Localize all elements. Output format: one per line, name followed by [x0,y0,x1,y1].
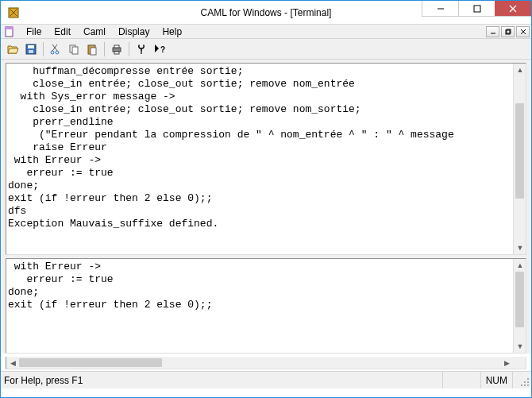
print-button[interactable] [108,41,125,58]
menu-display[interactable]: Display [112,25,156,39]
window-titlebar: CAML for Windows - [Terminal] [1,1,531,25]
svg-rect-19 [114,45,119,48]
menu-edit[interactable]: Edit [48,25,77,39]
resize-grip-icon[interactable] [517,372,531,388]
svg-point-11 [51,51,54,54]
mdi-close-button[interactable] [516,26,530,37]
svg-point-23 [527,384,529,386]
svg-rect-17 [91,48,96,55]
copy-button[interactable] [65,41,83,58]
paste-button[interactable] [83,41,101,58]
scroll-corner [513,357,526,369]
open-button[interactable] [4,41,21,58]
output-pane: huffman_décompresse entrée sortie; close… [6,63,526,255]
svg-point-28 [521,384,522,386]
output-vscrollbar[interactable]: ▲ ▼ [513,64,526,254]
scroll-right-icon[interactable]: ▶ [500,357,513,369]
menu-file[interactable]: File [20,25,48,39]
maximize-button[interactable] [458,1,495,17]
menu-help[interactable]: Help [156,25,188,39]
editor-area: huffman_décompresse entrée sortie; close… [1,60,531,354]
svg-rect-9 [28,45,34,48]
status-cell-1 [442,372,480,388]
scroll-thumb[interactable] [19,358,162,367]
mdi-menubar: File Edit Caml Display Help [1,25,531,39]
toolbar: ? [1,39,531,60]
output-text[interactable]: huffman_décompresse entrée sortie; close… [6,64,513,254]
scroll-thumb[interactable] [515,272,524,327]
svg-point-26 [527,378,529,380]
scroll-down-icon[interactable]: ▼ [514,242,526,254]
cut-button[interactable] [47,41,64,58]
about-button[interactable] [133,41,150,58]
document-icon [4,26,15,37]
save-button[interactable] [22,41,40,58]
svg-text:?: ? [160,45,165,54]
svg-rect-16 [90,44,94,46]
scroll-down-icon[interactable]: ▼ [514,340,526,353]
input-pane: with Erreur -> erreur := true done; exit… [6,258,526,354]
close-button[interactable] [495,1,531,17]
svg-rect-4 [6,27,13,29]
mdi-restore-button[interactable] [501,26,515,37]
app-icon [7,6,20,19]
mdi-minimize-button[interactable] [486,26,499,37]
svg-point-24 [527,381,529,383]
svg-point-12 [56,51,59,54]
input-vscrollbar[interactable]: ▲ ▼ [513,259,526,353]
svg-point-27 [524,381,526,383]
svg-rect-18 [113,48,121,52]
svg-rect-10 [29,50,33,53]
menu-caml[interactable]: Caml [77,25,112,39]
status-help-text: For Help, press F1 [4,375,83,386]
statusbar: For Help, press F1 NUM [1,371,531,388]
svg-rect-14 [72,47,78,54]
scroll-up-icon[interactable]: ▲ [514,64,526,76]
context-help-button[interactable]: ? [151,41,168,58]
input-text[interactable]: with Erreur -> erreur := true done; exit… [6,259,513,353]
svg-point-25 [524,384,526,386]
scroll-up-icon[interactable]: ▲ [514,259,526,272]
scroll-left-icon[interactable]: ◀ [6,357,19,369]
input-hscrollbar[interactable]: ◀ ▶ [6,357,526,369]
minimize-button[interactable] [422,1,458,17]
svg-point-21 [141,52,142,54]
status-numlock: NUM [480,372,512,388]
svg-rect-2 [474,6,480,12]
svg-rect-20 [114,52,119,54]
scroll-thumb[interactable] [515,103,524,199]
